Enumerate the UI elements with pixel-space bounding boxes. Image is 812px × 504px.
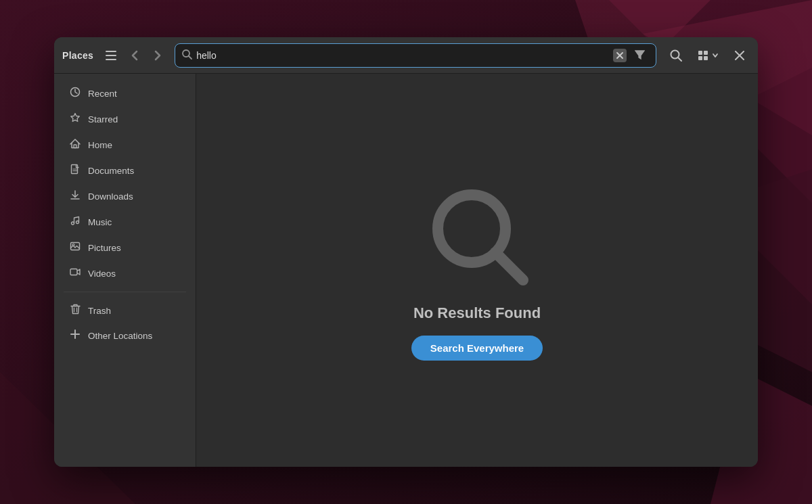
sidebar-item-downloads[interactable]: Downloads — [58, 184, 191, 208]
svg-rect-20 — [698, 56, 702, 60]
sidebar-item-music[interactable]: Music — [58, 210, 191, 234]
svg-line-17 — [678, 58, 681, 61]
documents-icon — [69, 164, 81, 177]
search-everywhere-button[interactable]: Search Everywhere — [411, 336, 543, 361]
close-button[interactable] — [729, 47, 750, 64]
sidebar-label-home: Home — [88, 140, 112, 150]
close-icon — [735, 51, 744, 60]
svg-line-41 — [495, 252, 523, 280]
sidebar-label-other-locations: Other Locations — [88, 331, 152, 341]
sidebar-label-downloads: Downloads — [88, 191, 133, 202]
recent-icon — [69, 87, 81, 100]
sidebar-item-home[interactable]: Home — [58, 133, 191, 157]
svg-rect-21 — [704, 56, 708, 60]
svg-rect-8 — [106, 51, 116, 52]
filter-button[interactable] — [631, 47, 649, 64]
sidebar-divider — [64, 292, 186, 292]
sidebar-label-recent: Recent — [88, 89, 117, 99]
sidebar-label-videos: Videos — [88, 269, 116, 279]
sidebar-item-starred[interactable]: Starred — [58, 107, 191, 131]
sidebar-label-pictures: Pictures — [88, 243, 121, 253]
home-icon — [69, 138, 81, 152]
sidebar-item-recent[interactable]: Recent — [58, 81, 191, 106]
sidebar-item-other-locations[interactable]: Other Locations — [58, 324, 191, 347]
back-button[interactable] — [126, 46, 143, 65]
videos-icon — [69, 267, 81, 280]
sidebar-item-pictures[interactable]: Pictures — [58, 235, 191, 260]
starred-icon — [69, 112, 81, 126]
svg-marker-25 — [71, 114, 79, 122]
view-toggle-icon — [698, 51, 710, 60]
window-body: Recent Starred Home — [54, 74, 758, 467]
view-toggle-button[interactable] — [693, 47, 724, 64]
search-bar — [175, 43, 656, 68]
svg-rect-35 — [70, 269, 77, 275]
svg-rect-18 — [698, 51, 702, 55]
other-locations-icon — [69, 329, 81, 342]
file-manager-window: Places — [54, 37, 758, 467]
sidebar-item-trash[interactable]: Trash — [58, 298, 191, 323]
sidebar-label-documents: Documents — [88, 166, 134, 176]
filter-icon — [635, 49, 645, 60]
hamburger-button[interactable] — [102, 47, 120, 64]
sidebar-item-videos[interactable]: Videos — [58, 261, 191, 285]
search-confirm-button[interactable] — [664, 45, 687, 66]
main-content: No Results Found Search Everywhere — [196, 74, 758, 467]
svg-line-12 — [189, 56, 191, 59]
forward-icon — [154, 50, 161, 61]
search-confirm-icon — [670, 49, 682, 62]
search-bar-icon — [182, 49, 192, 62]
toolbar-title: Places — [62, 50, 93, 61]
pictures-icon — [69, 241, 81, 254]
svg-marker-15 — [635, 51, 644, 59]
sidebar-label-starred: Starred — [88, 114, 118, 124]
music-icon — [69, 215, 81, 229]
sidebar: Recent Starred Home — [54, 74, 196, 467]
clear-button[interactable] — [613, 49, 627, 62]
sidebar-label-music: Music — [88, 217, 112, 227]
downloads-icon — [69, 189, 81, 203]
sidebar-item-documents[interactable]: Documents — [58, 158, 191, 183]
toolbar: Places — [54, 37, 758, 74]
no-results-title: No Results Found — [413, 304, 541, 322]
search-input[interactable] — [196, 50, 609, 61]
hamburger-icon — [106, 51, 116, 60]
trash-icon — [69, 304, 81, 317]
view-dropdown-icon — [712, 52, 719, 59]
svg-rect-9 — [106, 55, 116, 56]
back-icon — [131, 50, 138, 61]
svg-rect-19 — [704, 51, 708, 55]
no-results-icon — [423, 180, 531, 291]
svg-rect-10 — [106, 59, 116, 60]
clear-icon — [616, 52, 623, 59]
sidebar-label-trash: Trash — [88, 306, 111, 316]
forward-button[interactable] — [149, 46, 166, 65]
